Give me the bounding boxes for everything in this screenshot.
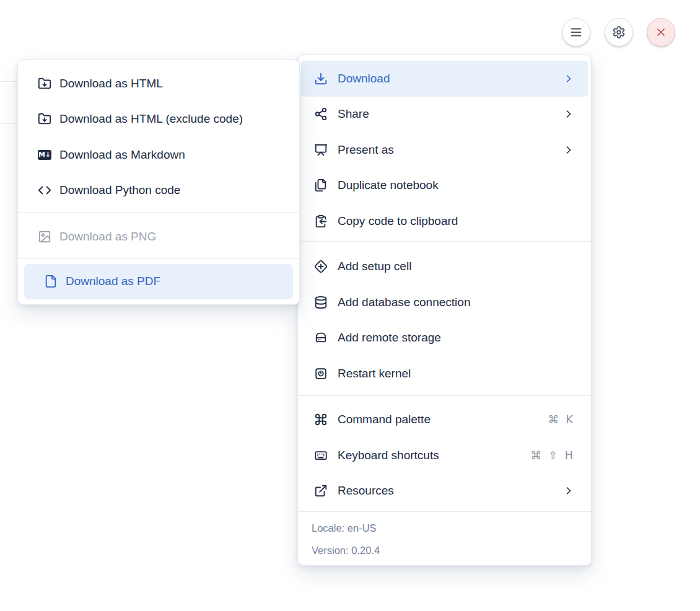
menu-footer: Locale: en-US Version: 0.20.4 [298,512,591,561]
hard-drive-icon [313,330,328,345]
menu-item-restart-kernel[interactable]: Restart kernel [298,356,591,392]
submenu-item-download-pdf[interactable]: Download as PDF [24,264,293,300]
chevron-right-icon [562,485,575,497]
background-rule-line [0,123,19,124]
notebook-menu-button[interactable] [562,18,590,46]
file-icon [44,275,58,288]
menu-item-label: Share [338,107,562,121]
database-icon [313,295,328,310]
submenu-item-label: Download Python code [59,183,289,197]
menu-divider [298,241,591,242]
submenu-item-download-html[interactable]: Download as HTML [18,66,299,102]
menu-item-add-database-connection[interactable]: Add database connection [298,284,591,320]
keyboard-icon [313,448,328,463]
menu-item-share[interactable]: Share [298,97,591,133]
download-icon [313,71,328,86]
submenu-item-download-markdown[interactable]: M↓ Download as Markdown [18,137,299,173]
gear-icon [612,25,626,39]
submenu-item-label: Download as PNG [59,230,289,244]
close-icon [655,26,667,38]
menu-item-label: Keyboard shortcuts [338,449,531,462]
menu-item-label: Add remote storage [338,331,575,345]
menu-divider [18,258,299,259]
duplicate-files-icon [313,178,328,193]
menu-item-label: Add setup cell [338,260,575,273]
folder-down-icon [38,112,51,126]
submenu-item-label: Download as HTML [59,77,289,90]
notebook-actions-menu: Download Share Present as Duplicate note… [297,55,592,566]
submenu-item-download-png[interactable]: Download as PNG [18,219,299,255]
menu-item-label: Resources [338,484,562,498]
menu-item-label: Restart kernel [338,367,575,380]
menu-item-label: Present as [338,143,562,157]
menu-item-label: Download [338,72,562,86]
menu-divider [298,395,591,396]
menu-item-download[interactable]: Download [301,61,588,97]
submenu-item-download-html-exclude-code[interactable]: Download as HTML (exclude code) [18,102,299,138]
menu-item-copy-code[interactable]: Copy code to clipboard [298,203,591,239]
background-rule-line [0,81,19,82]
chevron-right-icon [562,73,575,85]
share-icon [313,107,328,121]
menu-item-add-remote-storage[interactable]: Add remote storage [298,320,591,356]
external-link-icon [313,483,328,498]
clipboard-copy-icon [313,214,328,229]
shortcut-hint: ⌘ ⇧ H [531,449,575,462]
submenu-item-label: Download as PDF [66,275,283,288]
menu-item-label: Duplicate notebook [338,178,575,192]
version-text: Version: 0.20.4 [298,539,591,561]
power-square-icon [313,366,328,381]
menu-item-label: Command palette [338,413,548,426]
menu-item-label: Add database connection [338,296,575,309]
menu-item-present-as[interactable]: Present as [298,132,591,168]
submenu-item-label: Download as HTML (exclude code) [59,112,289,126]
folder-down-icon [38,77,51,90]
menu-item-duplicate-notebook[interactable]: Duplicate notebook [298,168,591,204]
code-icon [38,183,51,197]
command-icon [313,412,328,427]
locale-text: Locale: en-US [298,517,591,539]
chevron-right-icon [562,108,575,120]
submenu-item-download-python-code[interactable]: Download Python code [18,173,299,209]
markdown-icon: M↓ [38,148,51,162]
close-notebook-button[interactable] [647,18,675,46]
image-icon [38,230,51,244]
diamond-plus-icon [313,259,328,274]
hamburger-icon [569,25,583,39]
download-submenu: Download as HTML Download as HTML (exclu… [17,59,300,305]
menu-item-resources[interactable]: Resources [298,473,591,509]
shortcut-hint: ⌘ K [548,413,575,426]
menu-item-keyboard-shortcuts[interactable]: Keyboard shortcuts ⌘ ⇧ H [298,437,591,473]
settings-button[interactable] [605,18,633,46]
menu-item-add-setup-cell[interactable]: Add setup cell [298,249,591,285]
menu-item-label: Copy code to clipboard [338,214,575,228]
submenu-item-label: Download as Markdown [59,148,289,162]
menu-item-command-palette[interactable]: Command palette ⌘ K [298,402,591,438]
presentation-icon [313,143,328,157]
menu-divider [18,212,299,213]
chevron-right-icon [562,144,575,156]
